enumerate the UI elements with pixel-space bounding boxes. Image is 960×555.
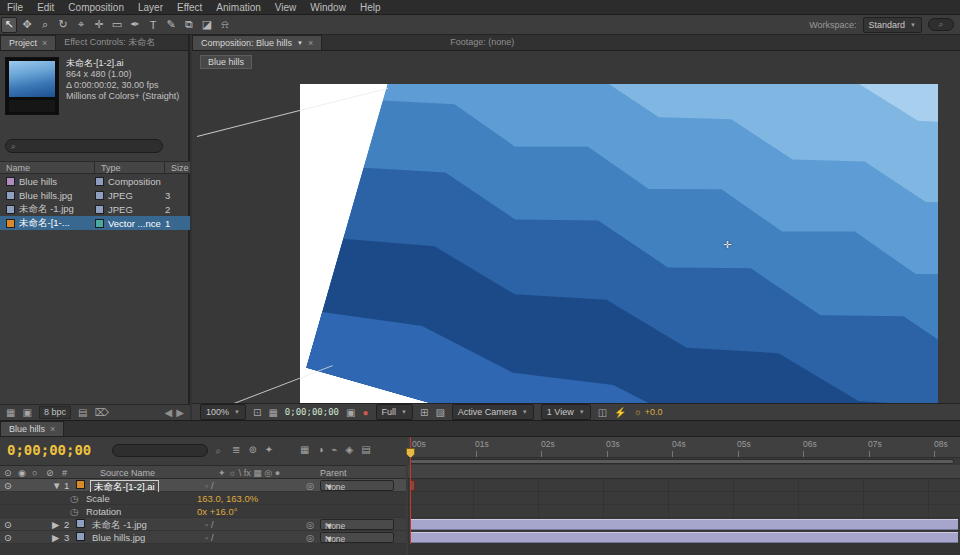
magnification-dropdown[interactable]: 100% ▼ — [200, 404, 246, 420]
pan-behind-tool-icon[interactable]: ✛ — [91, 17, 107, 33]
new-folder-icon[interactable]: ▣ — [22, 407, 31, 418]
close-icon[interactable]: × — [50, 422, 55, 437]
column-header-size[interactable]: Size — [165, 162, 190, 173]
composition-mini-flowchart-icon[interactable]: ≣ — [232, 444, 240, 455]
track-row-layer-2[interactable] — [408, 518, 960, 531]
graph-editor-icon[interactable]: ▤ — [361, 444, 370, 455]
project-search-input[interactable]: ⌕ — [5, 139, 163, 153]
menu-view[interactable]: View — [268, 0, 304, 15]
scroll-right-icon[interactable]: ▶ — [176, 407, 184, 418]
stopwatch-icon[interactable]: ◷ — [70, 493, 78, 504]
close-icon[interactable]: × — [42, 36, 47, 51]
interpret-footage-icon[interactable]: ▦ — [6, 407, 15, 418]
menu-effect[interactable]: Effect — [170, 0, 209, 15]
composition-timecode[interactable]: 0;00;00;00 — [285, 407, 339, 417]
layer-row-3[interactable]: ⊙ ▶ 3 Blue hills.jpg ◦ / ◎ None ▼ — [0, 531, 406, 544]
bit-depth-button[interactable]: 8 bpc — [39, 406, 71, 419]
twirl-open-icon[interactable]: ▼ — [52, 480, 61, 491]
type-tool-icon[interactable]: T — [145, 17, 161, 33]
menu-composition[interactable]: Composition — [61, 0, 131, 15]
work-area-bar[interactable] — [410, 459, 954, 464]
exposure-control[interactable]: ☼ +0.0 — [634, 407, 663, 417]
zoom-tool-icon[interactable]: ⌕ — [37, 17, 53, 33]
mask-tool-icon[interactable]: ▭ — [109, 17, 125, 33]
scale-value[interactable]: 163.0, 163.0% — [197, 493, 258, 504]
eraser-tool-icon[interactable]: ◪ — [199, 17, 215, 33]
rotation-value[interactable]: 0x +16.0° — [197, 506, 238, 517]
fast-preview-icon[interactable]: ⚡ — [614, 407, 626, 418]
project-row-untitled-jpg[interactable]: 未命名 -1.jpg JPEG 2 — [0, 202, 190, 216]
track-row-scale[interactable] — [408, 492, 960, 505]
clone-stamp-tool-icon[interactable]: ⧉ — [181, 17, 197, 33]
channel-icon[interactable]: ● — [362, 407, 368, 418]
new-composition-icon[interactable]: ▤ — [78, 407, 87, 418]
twirl-closed-icon[interactable]: ▶ — [52, 519, 59, 530]
rotation-tool-icon[interactable]: ↻ — [55, 17, 71, 33]
menu-animation[interactable]: Animation — [209, 0, 267, 15]
timeline-search-input[interactable]: ⌕ — [112, 444, 208, 457]
tab-effect-controls[interactable]: Effect Controls: 未命名 — [56, 35, 163, 50]
footage-name[interactable]: 未命名-[1-2].ai — [66, 58, 186, 69]
menu-layer[interactable]: Layer — [131, 0, 170, 15]
brainstorm-icon[interactable]: ⌁ — [332, 444, 338, 455]
column-header-index[interactable]: # — [62, 468, 67, 478]
parent-pickwhip-icon[interactable]: ◎ — [306, 480, 314, 491]
transparency-grid-icon[interactable]: ▨ — [435, 407, 444, 418]
column-header-type[interactable]: Type — [95, 162, 165, 173]
parent-dropdown[interactable]: None ▼ — [320, 532, 394, 543]
tab-footage[interactable]: Footage: (none) — [442, 35, 522, 50]
layer-row-1[interactable]: ⊙ ▼ 1 未命名-[1-2].ai ◦ / ◎ None ▼ — [0, 479, 406, 492]
workspace-dropdown[interactable]: Standard ▼ — [863, 17, 922, 33]
current-time-display[interactable]: 0;00;00;00 — [7, 442, 91, 458]
time-ruler[interactable]: 00s 01s 02s 03s 04s 05s 06s 07s 08s — [408, 437, 960, 458]
draft-3d-icon[interactable]: ⊚ — [248, 444, 256, 455]
tab-timeline-blue-hills[interactable]: Blue hills × — [0, 421, 64, 436]
frame-blend-icon[interactable]: ▦ — [300, 444, 309, 455]
workspace-search[interactable]: ⌕ — [928, 18, 954, 31]
view-layout-dropdown[interactable]: 1 View ▼ — [541, 404, 591, 420]
menu-edit[interactable]: Edit — [30, 0, 61, 15]
pixel-aspect-icon[interactable]: ◫ — [598, 407, 607, 418]
layer-switches[interactable]: ◦ / — [205, 480, 214, 491]
grid-icon[interactable]: ▦ — [268, 407, 277, 418]
layer-switches[interactable]: ◦ / — [205, 519, 214, 530]
track-row-layer-1[interactable] — [408, 479, 960, 492]
parent-pickwhip-icon[interactable]: ◎ — [306, 532, 314, 543]
selection-tool-icon[interactable]: ↖ — [1, 17, 17, 33]
motion-blur-icon[interactable]: ◑ — [317, 444, 323, 455]
scroll-left-icon[interactable]: ◀ — [165, 407, 173, 418]
hand-tool-icon[interactable]: ✥ — [19, 17, 35, 33]
menu-window[interactable]: Window — [303, 0, 353, 15]
snapshot-icon[interactable]: ▣ — [346, 407, 355, 418]
camera-dropdown[interactable]: Active Camera ▼ — [452, 404, 534, 420]
tab-project[interactable]: Project × — [0, 35, 56, 50]
eye-icon[interactable]: ⊙ — [4, 532, 12, 543]
stopwatch-icon[interactable]: ◷ — [70, 506, 78, 517]
project-row-blue-hills-comp[interactable]: Blue hills Composition — [0, 174, 190, 188]
composition-viewport[interactable]: Blue hills — [192, 51, 960, 403]
menu-help[interactable]: Help — [353, 0, 388, 15]
parent-dropdown[interactable]: None ▼ — [320, 480, 394, 491]
composition-breadcrumb[interactable]: Blue hills — [200, 55, 252, 69]
property-row-scale[interactable]: ◷ Scale 163.0, 163.0% — [0, 492, 406, 505]
safe-guides-icon[interactable]: ⊡ — [253, 407, 261, 418]
layer-3-duration-bar[interactable] — [410, 532, 958, 543]
parent-dropdown[interactable]: None ▼ — [320, 519, 394, 530]
column-header-parent[interactable]: Parent — [320, 468, 347, 478]
brush-tool-icon[interactable]: ✎ — [163, 17, 179, 33]
track-row-layer-3[interactable] — [408, 531, 960, 544]
tab-composition[interactable]: Composition: Blue hills ▼ × — [192, 35, 322, 50]
close-icon[interactable]: × — [308, 36, 313, 51]
composition-canvas[interactable] — [300, 84, 938, 403]
trash-icon[interactable]: ⌦ — [94, 407, 108, 418]
column-header-name[interactable]: Name — [0, 162, 95, 173]
property-row-rotation[interactable]: ◷ Rotation 0x +16.0° — [0, 505, 406, 518]
project-row-untitled-ai[interactable]: 未命名-[1-... Vector ...nce 1 — [0, 216, 190, 230]
auto-keyframe-icon[interactable]: ◈ — [346, 444, 354, 455]
project-row-blue-hills-jpg[interactable]: Blue hills.jpg JPEG 3 — [0, 188, 190, 202]
pen-tool-icon[interactable]: ✒ — [127, 17, 143, 33]
layer-row-2[interactable]: ⊙ ▶ 2 未命名 -1.jpg ◦ / ◎ None ▼ — [0, 518, 406, 531]
twirl-closed-icon[interactable]: ▶ — [52, 532, 59, 543]
eye-icon[interactable]: ⊙ — [4, 519, 12, 530]
hide-shy-icon[interactable]: ✦ — [265, 444, 273, 455]
